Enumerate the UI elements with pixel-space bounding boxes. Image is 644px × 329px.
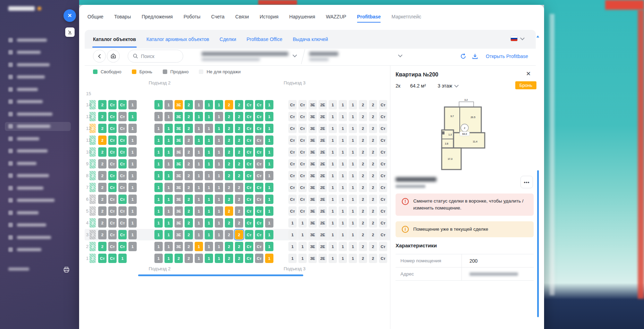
apartment-cell[interactable]: 1 <box>154 112 163 121</box>
apartment-cell[interactable]: Ст <box>98 254 107 263</box>
apartment-cell[interactable]: Ст <box>255 171 263 180</box>
apartment-cell[interactable]: 3Е <box>175 183 183 192</box>
sidebar-item[interactable] <box>5 196 71 205</box>
apartment-cell[interactable]: 1 <box>215 112 223 121</box>
apartment-cell[interactable]: 1 <box>164 254 173 263</box>
apartment-cell[interactable]: 1 <box>128 171 137 180</box>
apartment-cell[interactable]: 1 <box>164 195 173 204</box>
apartment-cell[interactable]: Ст <box>118 159 127 168</box>
apartment-cell[interactable]: 2 <box>185 112 193 121</box>
apartment-cell[interactable]: 1 <box>154 183 163 192</box>
subtab[interactable]: Profitbase Office <box>246 36 282 42</box>
apartment-cell[interactable]: Ст <box>245 183 253 192</box>
apartment-cell[interactable]: 2 <box>225 112 233 121</box>
apartment-cell[interactable]: 1 <box>265 195 273 204</box>
apartment-cell[interactable]: 1 <box>195 183 203 192</box>
apartment-cell[interactable]: 1 <box>164 147 173 157</box>
apartment-cell[interactable]: 3Е <box>175 124 183 133</box>
apartment-cell[interactable]: 1 <box>265 254 273 263</box>
tab-история[interactable]: История <box>260 14 278 19</box>
apartment-cell[interactable]: Ст <box>245 135 253 145</box>
apartment-cell[interactable]: Ст <box>245 124 253 133</box>
apartment-cell[interactable]: 2 <box>235 242 243 251</box>
apartment-cell[interactable]: Ст <box>118 195 127 204</box>
apartment-cell[interactable]: 1 <box>205 100 213 109</box>
apartment-cell[interactable]: 2 <box>235 159 243 168</box>
sidebar-item[interactable] <box>5 183 71 192</box>
apartment-cell[interactable]: 1 <box>215 183 223 192</box>
apartment-cell[interactable]: 2 <box>235 195 243 204</box>
apartment-cell[interactable]: 1 <box>265 100 273 109</box>
apartment-cell[interactable]: 1 <box>195 147 203 157</box>
apartment-cell[interactable]: Ст <box>108 171 117 180</box>
apartment-cell[interactable]: 2 <box>98 135 107 145</box>
apartment-cell[interactable]: 1 <box>265 206 273 216</box>
apartment-cell[interactable]: 1 <box>205 124 213 133</box>
apartment-cell[interactable]: Ст <box>255 112 263 121</box>
apartment-cell[interactable]: 1 <box>265 124 273 133</box>
horizontal-scrollbar[interactable] <box>138 274 303 276</box>
apartment-cell[interactable]: 2 <box>185 242 193 251</box>
apartment-cell[interactable]: Ст <box>108 159 117 168</box>
apartment-cell[interactable]: 1 <box>128 159 137 168</box>
apartment-cell[interactable]: 2 <box>98 100 107 109</box>
apartment-cell[interactable]: 2 <box>225 230 233 239</box>
sidebar-item[interactable] <box>5 85 71 94</box>
apartment-cell[interactable]: Ст <box>108 124 117 133</box>
apartment-cell[interactable]: 3Е <box>175 171 183 180</box>
apartment-cell[interactable]: 1 <box>154 124 163 133</box>
apartment-cell[interactable]: 2 <box>185 159 193 168</box>
apartment-cell[interactable]: 1 <box>205 195 213 204</box>
apartment-cell[interactable]: 2 <box>185 147 193 157</box>
apartment-cell[interactable]: 2 <box>98 147 107 157</box>
apartment-cell[interactable]: 2 <box>98 183 107 192</box>
apartment-cell[interactable]: Ст <box>108 100 117 109</box>
more-actions-button[interactable]: ••• <box>520 176 533 188</box>
apartment-cell[interactable]: 1 <box>154 147 163 157</box>
sidebar-item[interactable] <box>5 35 71 44</box>
apartment-cell[interactable]: Ст <box>108 242 117 251</box>
apartment-cell[interactable]: 3Е <box>175 218 183 228</box>
tab-связи[interactable]: Связи <box>235 14 249 19</box>
apartment-cell[interactable]: 2 <box>175 254 183 263</box>
apartment-cell[interactable]: 1 <box>128 112 137 121</box>
apartment-cell[interactable]: 2 <box>235 230 243 239</box>
apartment-cell[interactable]: 1 <box>154 230 163 239</box>
apartment-cell[interactable]: 1 <box>215 135 223 145</box>
apartment-cell[interactable]: 3Е <box>175 100 183 109</box>
apartment-cell[interactable]: 1 <box>265 230 273 239</box>
search-input[interactable] <box>141 54 176 59</box>
sidebar-item[interactable] <box>5 171 71 180</box>
apartment-cell[interactable]: 2 <box>185 100 193 109</box>
tab-wazzup[interactable]: WAZZUP <box>326 14 346 19</box>
apartment-cell[interactable]: Ст <box>108 230 117 239</box>
apartment-cell[interactable]: Ст <box>255 218 263 228</box>
apartment-cell[interactable]: Ст <box>108 206 117 216</box>
tab-profitbase[interactable]: Profitbase <box>357 14 381 19</box>
apartment-cell[interactable]: Ст <box>255 254 263 263</box>
apartment-cell[interactable]: 3Е <box>175 230 183 239</box>
sidebar-item[interactable] <box>5 60 71 69</box>
apartment-cell[interactable]: Ст <box>245 112 253 121</box>
apartment-cell[interactable]: Ст <box>245 242 253 251</box>
apartment-cell[interactable]: 2 <box>225 206 233 216</box>
apartment-cell[interactable]: Ст <box>255 242 263 251</box>
apartment-cell[interactable]: Ст <box>108 135 117 145</box>
apartment-cell[interactable]: 1 <box>118 254 127 263</box>
apartment-cell[interactable]: 1 <box>215 254 223 263</box>
open-profitbase-link[interactable]: Открыть Profitbase <box>486 54 528 59</box>
apartment-cell[interactable]: 1 <box>154 171 163 180</box>
apartment-cell[interactable]: 1 <box>205 218 213 228</box>
close-slider-button[interactable]: ✕ <box>63 9 76 22</box>
sidebar-item[interactable] <box>5 48 71 57</box>
sidebar-item[interactable] <box>5 208 71 217</box>
apartment-cell[interactable]: 3Е <box>175 135 183 145</box>
apartment-cell[interactable]: 1 <box>128 195 137 204</box>
apartment-cell[interactable]: 2 <box>98 124 107 133</box>
apartment-cell[interactable]: Ст <box>245 206 253 216</box>
apartment-cell[interactable]: Ст <box>245 171 253 180</box>
apartment-cell[interactable]: 1 <box>164 230 173 239</box>
apartment-cell[interactable]: 1 <box>205 183 213 192</box>
apartment-cell[interactable]: 2 <box>225 147 233 157</box>
apartment-cell[interactable]: 1 <box>164 206 173 216</box>
